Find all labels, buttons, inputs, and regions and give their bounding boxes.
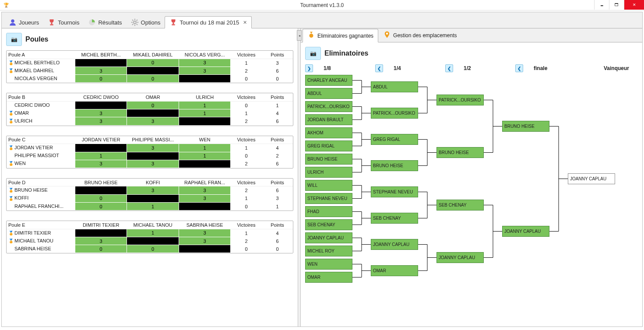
bracket-slot-r16[interactable]: CHARLEY ANCEAU: [305, 75, 352, 86]
score-cell[interactable]: 1: [75, 152, 127, 160]
score-cell[interactable]: 0: [127, 101, 179, 109]
bracket-slot-r2[interactable]: BRUNO HEISE: [502, 121, 549, 132]
bracket-slot-r16[interactable]: FHAD: [305, 206, 352, 217]
bracket-slot-r16[interactable]: PATRICK...OURSIKO: [305, 101, 352, 112]
points-cell: 1: [262, 203, 293, 211]
score-cell[interactable]: [75, 101, 127, 109]
close-button[interactable]: ✕: [624, 0, 644, 10]
bracket-slot-r16[interactable]: OMAR: [305, 272, 352, 283]
score-cell[interactable]: 0: [75, 245, 127, 253]
score-cell[interactable]: [179, 245, 230, 253]
score-cell[interactable]: 3: [75, 67, 127, 75]
marker-icon: [383, 31, 391, 40]
score-cell[interactable]: 3: [127, 186, 179, 195]
score-cell[interactable]: 0: [127, 245, 179, 253]
bracket-slot-r8[interactable]: OMAR: [371, 265, 418, 276]
score-cell[interactable]: 1: [179, 144, 230, 152]
score-cell[interactable]: 3: [179, 67, 230, 75]
bracket-slot-r4[interactable]: JOANNY CAPLAU: [436, 252, 484, 263]
bracket-slot-r16[interactable]: BRUNO HEISE: [305, 154, 352, 165]
bracket-slot-r16[interactable]: STEPHANE NEVEU: [305, 193, 352, 204]
score-cell[interactable]: 0: [75, 194, 127, 202]
toolbar-tab-0[interactable]: Joueurs: [4, 17, 43, 28]
score-cell[interactable]: [179, 203, 230, 211]
toolbar-tab-2[interactable]: Résultats: [84, 17, 126, 28]
toolbar-tab-3[interactable]: Options: [127, 17, 165, 28]
points-cell: 6: [262, 186, 293, 195]
bracket-slot-r2[interactable]: JOANNY CAPLAU: [502, 226, 549, 237]
score-cell[interactable]: 3: [179, 194, 230, 202]
score-cell[interactable]: [127, 152, 179, 160]
score-cell[interactable]: 3: [75, 160, 127, 168]
bracket-slot-r16[interactable]: WILL: [305, 180, 352, 191]
bracket-slot-r16[interactable]: WEN: [305, 259, 352, 270]
screenshot-button[interactable]: 📷: [6, 33, 22, 46]
score-cell[interactable]: [179, 117, 230, 125]
score-cell[interactable]: 1: [179, 101, 230, 109]
bracket-slot-r16[interactable]: ABDUL: [305, 88, 352, 99]
bracket-slot-r8[interactable]: PATRICK...OURSIKO: [371, 108, 418, 119]
bracket-slot-winner[interactable]: JOANNY CAPLAU: [568, 173, 615, 184]
score-cell[interactable]: [75, 144, 127, 152]
minimize-button[interactable]: 🗕: [594, 0, 609, 10]
score-cell[interactable]: [179, 75, 230, 83]
score-cell[interactable]: 3: [179, 237, 230, 245]
nav-right-icon[interactable]: ❯: [305, 64, 313, 72]
bracket-slot-r16[interactable]: ULRICH: [305, 167, 352, 178]
splitter-handle-icon[interactable]: ◂: [297, 30, 302, 41]
score-cell[interactable]: [127, 67, 179, 75]
toolbar-tab-1[interactable]: Tournois: [43, 17, 84, 28]
score-cell[interactable]: 0: [127, 59, 179, 67]
score-cell[interactable]: 3: [75, 109, 127, 117]
nav-left-icon[interactable]: ❮: [445, 64, 453, 72]
points-cell: 3: [262, 194, 293, 202]
bracket-slot-r16[interactable]: GREG RIGAL: [305, 140, 352, 151]
nav-left-icon[interactable]: ❮: [515, 64, 523, 72]
medal-icon: [8, 145, 14, 151]
score-cell[interactable]: 0: [75, 75, 127, 83]
score-cell[interactable]: 1: [179, 152, 230, 160]
score-cell[interactable]: 1: [127, 203, 179, 211]
score-cell[interactable]: 3: [75, 237, 127, 245]
splitter[interactable]: ◂: [298, 28, 301, 326]
score-cell[interactable]: 3: [179, 229, 230, 237]
bracket-slot-r8[interactable]: BRUNO HEISE: [371, 160, 418, 171]
bracket-slot-r8[interactable]: ABDUL: [371, 81, 418, 92]
nav-left-icon[interactable]: ❮: [375, 64, 383, 72]
score-cell[interactable]: [127, 109, 179, 117]
score-cell[interactable]: [75, 186, 127, 195]
bracket-slot-r16[interactable]: JORDAN BRAULT: [305, 114, 352, 125]
score-cell[interactable]: 1: [127, 229, 179, 237]
score-cell[interactable]: 1: [179, 109, 230, 117]
score-cell[interactable]: 0: [127, 75, 179, 83]
right-tab-1[interactable]: Gestion des emplacements: [378, 28, 461, 42]
toolbar-tab-4[interactable]: Tournoi du 18 mai 2015✕: [165, 16, 252, 28]
score-cell[interactable]: 3: [179, 59, 230, 67]
score-cell[interactable]: 3: [127, 117, 179, 125]
bracket-slot-r16[interactable]: SEB CHENAY: [305, 219, 352, 230]
bracket-slot-r4[interactable]: SEB CHENAY: [436, 200, 484, 211]
score-cell[interactable]: [75, 229, 127, 237]
score-cell[interactable]: 3: [179, 186, 230, 195]
bracket-slot-r4[interactable]: BRUNO HEISE: [436, 147, 484, 158]
bracket-slot-r16[interactable]: AKHOM: [305, 127, 352, 138]
score-cell[interactable]: 3: [75, 117, 127, 125]
bracket-slot-r8[interactable]: STEPHANE NEVEU: [371, 186, 418, 197]
score-cell[interactable]: [179, 160, 230, 168]
score-cell[interactable]: 3: [127, 144, 179, 152]
screenshot-button[interactable]: 📷: [305, 47, 321, 60]
maximize-button[interactable]: 🗖: [609, 0, 624, 10]
score-cell[interactable]: 3: [127, 160, 179, 168]
bracket-slot-r8[interactable]: JOANNY CAPLAU: [371, 239, 418, 250]
bracket-slot-r8[interactable]: GREG RIGAL: [371, 134, 418, 145]
bracket-slot-r16[interactable]: JOANNY CAPLAU: [305, 232, 352, 243]
bracket-slot-r8[interactable]: SEB CHENAY: [371, 213, 418, 224]
bracket-slot-r4[interactable]: PATRICK...OURSIKO: [436, 95, 484, 105]
score-cell[interactable]: 0: [75, 203, 127, 211]
bracket-slot-r16[interactable]: MICHEL ROY: [305, 246, 352, 256]
score-cell[interactable]: [75, 59, 127, 67]
close-tab-icon[interactable]: ✕: [243, 20, 247, 25]
score-cell[interactable]: [127, 194, 179, 202]
score-cell[interactable]: [127, 237, 179, 245]
right-tab-0[interactable]: Eliminatoires gagnantes: [303, 29, 378, 42]
